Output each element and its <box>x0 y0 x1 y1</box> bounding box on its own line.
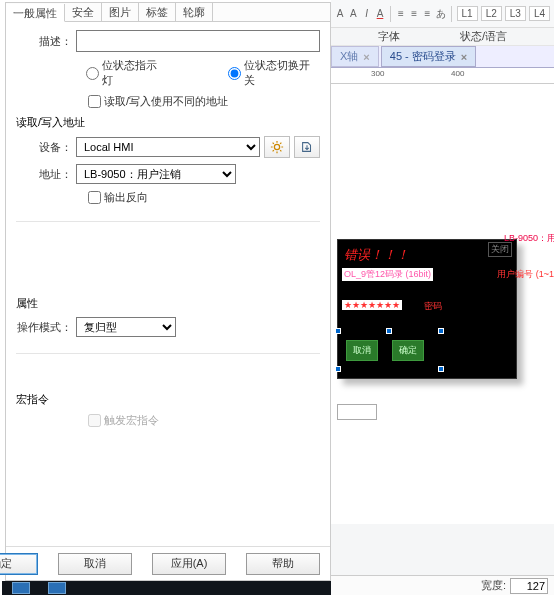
help-button[interactable]: 帮助 <box>246 553 320 575</box>
radio-switch[interactable]: 位状态切换开关 <box>228 58 320 88</box>
preview-btn1: 取消 <box>346 340 378 361</box>
svg-point-0 <box>274 144 279 149</box>
main-toolbar: A A I A ≡ ≡ ≡ あ L1 L2 L3 L4 <box>331 0 554 28</box>
align-right-icon[interactable]: ≡ <box>422 6 432 22</box>
addr-label: 地址： <box>16 167 76 182</box>
tab-outline[interactable]: 轮廓 <box>176 3 213 21</box>
preview-close: 关闭 <box>488 242 512 257</box>
font-color-icon[interactable]: A <box>375 6 385 22</box>
attr-group-title: 属性 <box>16 296 320 311</box>
windows-taskbar <box>2 581 331 595</box>
font-size-dec-icon[interactable]: A <box>335 6 345 22</box>
italic-icon[interactable]: I <box>362 6 372 22</box>
addr-select[interactable]: LB-9050：用户注销 <box>76 164 236 184</box>
align-left-icon[interactable]: ≡ <box>396 6 406 22</box>
design-canvas[interactable]: LB-9050：用户注销) 关闭 错误！！！ OL_9管12码录 (16bit)… <box>331 84 554 524</box>
tab-general[interactable]: 一般属性 <box>6 4 65 22</box>
macro-group: 宏指令 触发宏指令 <box>16 392 320 444</box>
dialog-button-bar: 确定 取消 应用(A) 帮助 <box>6 546 330 580</box>
chk-macro-input <box>88 414 101 427</box>
layer-l1[interactable]: L1 <box>457 6 478 21</box>
font-section-label: 字体 <box>378 29 400 44</box>
sub-toolbar: 字体 状态/语言 <box>331 28 554 46</box>
font-size-inc-icon[interactable]: A <box>348 6 358 22</box>
radio-indicator[interactable]: 位状态指示灯 <box>86 58 168 88</box>
layer-l3[interactable]: L3 <box>505 6 526 21</box>
layer-l4[interactable]: L4 <box>529 6 550 21</box>
align-center-icon[interactable]: ≡ <box>409 6 419 22</box>
preview-pwd: 密码 <box>424 300 442 313</box>
mode-select[interactable]: 复归型 <box>76 317 176 337</box>
width-label: 宽度: <box>481 578 506 593</box>
attributes-group: 属性 操作模式： 复归型 <box>16 296 320 354</box>
apply-button[interactable]: 应用(A) <box>152 553 226 575</box>
document-tabs: X轴 × 45 - 密码登录 × <box>331 46 554 68</box>
preview-user: 用户编号 (1~12) <box>497 268 554 281</box>
properties-dialog: 一般属性 安全 图片 标签 轮廓 描述： 位状态指示灯 位状态切换开关 <box>5 2 331 581</box>
gear-icon <box>270 140 284 154</box>
rw-group-title: 读取/写入地址 <box>16 115 320 130</box>
chk-diff-addr-input[interactable] <box>88 95 101 108</box>
radio-indicator-input[interactable] <box>86 67 99 80</box>
lang-section-label: 状态/语言 <box>460 29 507 44</box>
preview-stars: ★★★★★★★ <box>342 300 402 310</box>
doc-tab-active[interactable]: 45 - 密码登录 × <box>381 46 476 67</box>
horizontal-ruler: 300 400 <box>331 68 554 84</box>
chk-diff-addr[interactable]: 读取/写入使用不同的地址 <box>88 94 320 109</box>
doc-tab-prev[interactable]: X轴 × <box>331 46 379 67</box>
radio-switch-input[interactable] <box>228 67 241 80</box>
preview-btn2: 确定 <box>392 340 424 361</box>
layer-l2[interactable]: L2 <box>481 6 502 21</box>
width-value[interactable] <box>510 578 548 594</box>
preview-error: 错误！！！ <box>344 246 409 264</box>
macro-group-title: 宏指令 <box>16 392 320 407</box>
empty-box <box>337 404 377 420</box>
export-icon <box>300 140 314 154</box>
chk-invert-input[interactable] <box>88 191 101 204</box>
close-icon[interactable]: × <box>461 51 467 63</box>
ok-button[interactable]: 确定 <box>0 553 38 575</box>
cancel-button[interactable]: 取消 <box>58 553 132 575</box>
dialog-body: 描述： 位状态指示灯 位状态切换开关 读取/写入使用不同的地址 <box>6 22 330 444</box>
mode-label: 操作模式： <box>16 320 76 335</box>
description-input[interactable] <box>76 30 320 52</box>
preview-ol: OL_9管12码录 (16bit) <box>342 268 433 281</box>
tab-label[interactable]: 标签 <box>139 3 176 21</box>
chk-macro: 触发宏指令 <box>88 413 320 428</box>
chk-invert-output[interactable]: 输出反向 <box>88 190 320 205</box>
cjk-icon[interactable]: あ <box>436 6 446 22</box>
close-icon[interactable]: × <box>363 51 369 63</box>
tab-image[interactable]: 图片 <box>102 3 139 21</box>
device-export-button[interactable] <box>294 136 320 158</box>
rw-address-group: 读取/写入地址 设备： Local HMI 地址： <box>16 115 320 222</box>
taskbar-app-icon[interactable] <box>48 582 66 594</box>
description-label: 描述： <box>16 34 76 49</box>
status-bar: 宽度: <box>331 575 554 595</box>
taskbar-app-icon[interactable] <box>12 582 30 594</box>
device-select[interactable]: Local HMI <box>76 137 260 157</box>
hmi-preview-window: LB-9050：用户注销) 关闭 错误！！！ OL_9管12码录 (16bit)… <box>337 239 517 379</box>
device-label: 设备： <box>16 140 76 155</box>
device-settings-button[interactable] <box>264 136 290 158</box>
tab-security[interactable]: 安全 <box>65 3 102 21</box>
designer-background: A A I A ≡ ≡ ≡ あ L1 L2 L3 L4 字体 状态/语言 X轴 … <box>331 0 554 595</box>
dialog-tabs: 一般属性 安全 图片 标签 轮廓 <box>6 3 330 22</box>
